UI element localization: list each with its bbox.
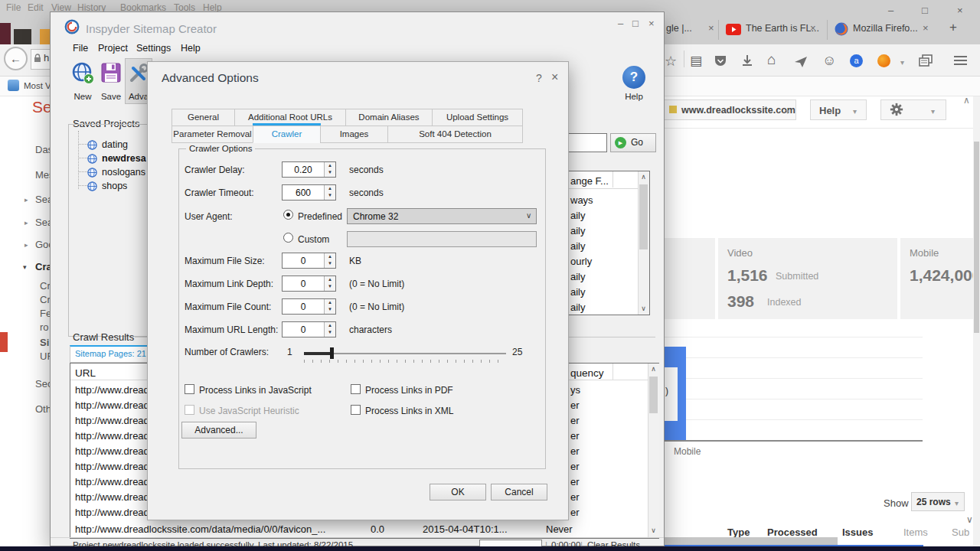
spin-up-icon[interactable]: ▲: [328, 277, 332, 282]
downloads-icon[interactable]: [741, 54, 753, 67]
col-header-issues[interactable]: Issues: [842, 527, 873, 538]
spinner-arrows-icon[interactable]: ▲▼: [324, 322, 335, 337]
freq-row[interactable]: aily: [570, 225, 586, 236]
project-item-newdreadlockssite[interactable]: newdresa: [102, 153, 146, 164]
expand-icon[interactable]: ▸: [24, 196, 28, 204]
ff-close-button[interactable]: ×: [957, 5, 963, 16]
tab-soft-404-detection[interactable]: Soft 404 Detection: [387, 126, 523, 143]
dialog-help-button[interactable]: ?: [536, 72, 542, 84]
ff-tab-3-close-icon[interactable]: ×: [923, 22, 929, 34]
ff-tab-1-close-icon[interactable]: ×: [708, 22, 714, 34]
results-scrollbar-thumb[interactable]: [649, 377, 658, 413]
crawler-delay-input[interactable]: 0.20▲▼: [282, 161, 336, 178]
spin-down-icon[interactable]: ▼: [328, 261, 332, 266]
pocket-icon[interactable]: [714, 55, 727, 67]
sidebar-item-robots[interactable]: ro: [40, 321, 49, 333]
spin-up-icon[interactable]: ▲: [328, 323, 332, 328]
freq-row[interactable]: aily: [570, 302, 586, 313]
dialog-close-button[interactable]: ×: [551, 70, 558, 84]
url-row[interactable]: http://www.dread: [75, 384, 152, 396]
project-item-shops[interactable]: shops: [102, 181, 127, 191]
freq-row[interactable]: aily: [570, 271, 586, 282]
ff-menu-edit[interactable]: Edit: [28, 2, 44, 13]
ff-minimize-button[interactable]: –: [888, 5, 893, 16]
new-tab-button[interactable]: +: [949, 20, 957, 35]
scroll-up-icon[interactable]: ∧: [638, 173, 649, 181]
ff-tab-2-close-icon[interactable]: ×: [810, 22, 816, 34]
max-file-size-input[interactable]: 0▲▼: [282, 253, 336, 269]
sidebar-item-crawl-errors[interactable]: Cr: [40, 280, 51, 292]
feedback-smiley-icon[interactable]: ☺: [822, 53, 836, 69]
spin-up-icon[interactable]: ▲: [328, 300, 332, 305]
back-button[interactable]: ←: [4, 47, 28, 70]
save-button-label[interactable]: Save: [100, 92, 122, 101]
window-close-button[interactable]: ×: [648, 18, 655, 29]
last-row-url[interactable]: http://www.dreadlockssite.com/data/media…: [75, 523, 325, 535]
spin-up-icon[interactable]: ▲: [328, 186, 332, 191]
spin-down-icon[interactable]: ▼: [328, 170, 332, 174]
taskbar-edge[interactable]: [0, 546, 980, 551]
tab-general[interactable]: General: [172, 109, 235, 126]
sidebar-item-crawl-stats[interactable]: Cr: [40, 294, 51, 305]
ff-tab-2[interactable]: The Earth is FL...: [746, 23, 819, 34]
url-row[interactable]: http://www.dread: [75, 507, 152, 518]
spin-down-icon[interactable]: ▼: [328, 193, 332, 197]
expand-icon[interactable]: ▸: [24, 241, 28, 249]
custom-radio[interactable]: [283, 233, 293, 243]
home-icon[interactable]: ⌂: [767, 51, 776, 68]
tab-parameter-removal[interactable]: Parameter Removal: [172, 126, 253, 143]
spinner-arrows-icon[interactable]: ▲▼: [324, 299, 335, 314]
spin-down-icon[interactable]: ▼: [328, 307, 332, 311]
slider-track[interactable]: [304, 353, 506, 354]
fox-sync-icon[interactable]: [877, 54, 890, 67]
pages-icon[interactable]: [919, 54, 933, 67]
col-header-processed[interactable]: Processed: [767, 527, 818, 538]
url-row[interactable]: http://www.dread: [75, 399, 152, 411]
slider-thumb[interactable]: [330, 347, 334, 359]
ff-tab-1[interactable]: gle |...: [666, 23, 692, 34]
ff-tab-3[interactable]: Mozilla Firefo...: [853, 23, 918, 34]
help-icon[interactable]: ?: [622, 66, 645, 89]
freq-row[interactable]: ways: [570, 194, 593, 206]
spin-down-icon[interactable]: ▼: [328, 330, 332, 334]
col-header-items[interactable]: Items: [903, 527, 928, 538]
process-links-pdf-checkbox[interactable]: [351, 384, 361, 394]
spin-up-icon[interactable]: ▲: [328, 163, 332, 168]
cancel-button[interactable]: Cancel: [491, 484, 547, 500]
tab-crawler[interactable]: Crawler: [253, 126, 321, 143]
url-row[interactable]: http://www.dread: [75, 445, 152, 457]
freq-row[interactable]: aily: [570, 210, 586, 221]
process-links-js-checkbox[interactable]: [185, 384, 194, 394]
process-links-xml-checkbox[interactable]: [351, 405, 361, 415]
url-row[interactable]: http://www.dread: [75, 476, 152, 487]
page-scrollbar-thumb[interactable]: [974, 142, 979, 333]
new-project-icon[interactable]: [71, 61, 94, 84]
max-link-depth-input[interactable]: 0▲▼: [282, 276, 336, 292]
spin-up-icon[interactable]: ▲: [328, 254, 332, 259]
menu-settings[interactable]: Settings: [136, 43, 171, 54]
spinner-arrows-icon[interactable]: ▲▼: [324, 253, 335, 268]
frequency-column-header[interactable]: quency: [570, 367, 604, 379]
sidebar-item-other[interactable]: Oth: [35, 403, 51, 415]
freq-scrollbar-thumb[interactable]: [639, 184, 648, 249]
hamburger-menu-icon[interactable]: [954, 56, 967, 65]
a-badge-icon[interactable]: a: [850, 54, 863, 67]
spinner-arrows-icon[interactable]: ▲▼: [324, 162, 335, 177]
bookmark-star-icon[interactable]: ☆: [665, 53, 677, 70]
project-item-noslogans[interactable]: noslogans: [102, 167, 145, 178]
col-header-type[interactable]: Type: [727, 527, 750, 538]
menu-file[interactable]: File: [73, 43, 88, 54]
tab-sitemap-pages[interactable]: Sitemap Pages: 21: [70, 345, 158, 363]
freq-row[interactable]: aily: [570, 286, 586, 298]
menu-project[interactable]: Project: [98, 43, 128, 54]
url-column-header[interactable]: URL: [75, 367, 96, 379]
col-header-submitted[interactable]: Sub: [952, 527, 969, 538]
freq-row[interactable]: aily: [570, 240, 586, 252]
ff-menu-file[interactable]: File: [6, 2, 21, 13]
expand-icon[interactable]: ▸: [24, 219, 28, 227]
spinner-arrows-icon[interactable]: ▲▼: [324, 185, 335, 200]
help-button-label[interactable]: Help: [622, 92, 645, 101]
max-file-count-input[interactable]: 0▲▼: [282, 298, 336, 315]
tab-domain-aliases[interactable]: Domain Aliases: [345, 109, 433, 126]
menu-help[interactable]: Help: [181, 43, 201, 54]
